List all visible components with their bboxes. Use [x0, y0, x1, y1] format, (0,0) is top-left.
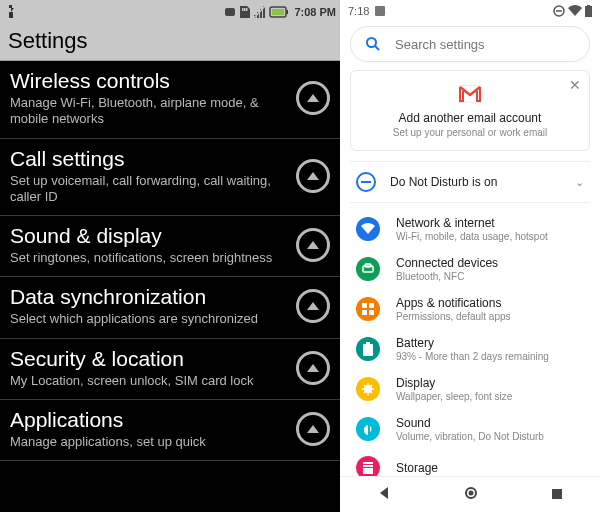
category-icon	[356, 297, 380, 321]
dnd-status-icon	[553, 5, 565, 17]
svg-rect-1	[242, 8, 244, 11]
item-subtitle: Set up voicemail, call forwarding, call …	[10, 173, 296, 206]
svg-rect-23	[366, 342, 370, 344]
svg-rect-25	[363, 468, 373, 474]
svg-line-14	[375, 46, 379, 50]
svg-rect-12	[587, 5, 590, 6]
settings-item-1[interactable]: Call settingsSet up voicemail, call forw…	[0, 139, 340, 217]
item-title: Wireless controls	[10, 69, 296, 93]
settings-item-0[interactable]: Wireless controlsManage Wi-Fi, Bluetooth…	[0, 61, 340, 139]
settings-item-connected-devices[interactable]: Connected devicesBluetooth, NFC	[340, 249, 600, 289]
new-android-settings: 7:18 Search settings ✕ Add another email…	[340, 0, 600, 512]
category-icon	[356, 417, 380, 441]
svg-rect-6	[286, 10, 288, 14]
nav-home[interactable]	[464, 486, 478, 504]
wifi-icon	[568, 5, 582, 17]
item-subtitle: Wi-Fi, mobile, data usage, hotspot	[396, 231, 548, 242]
item-subtitle: Bluetooth, NFC	[396, 271, 498, 282]
chevron-down-icon: ⌄	[575, 176, 584, 189]
settings-item-2[interactable]: Sound & displaySet ringtones, notificati…	[0, 216, 340, 277]
navigation-bar	[340, 476, 600, 512]
chevron-circle-icon	[296, 351, 330, 385]
notification-icon	[375, 6, 385, 16]
nav-back[interactable]	[377, 486, 391, 504]
clock-left: 7:08 PM	[294, 6, 336, 18]
item-subtitle: Manage Wi-Fi, Bluetooth, airplane mode, …	[10, 95, 296, 128]
settings-item-3[interactable]: Data synchronizationSelect which applica…	[0, 277, 340, 338]
chevron-circle-icon	[296, 289, 330, 323]
item-title: Display	[396, 376, 512, 390]
svg-rect-3	[246, 8, 248, 11]
svg-point-13	[367, 38, 376, 47]
svg-rect-11	[585, 6, 592, 17]
gmail-icon	[459, 85, 481, 105]
svg-rect-21	[369, 310, 374, 315]
svg-rect-26	[363, 465, 373, 467]
item-title: Applications	[10, 408, 296, 432]
item-title: Sound	[396, 416, 544, 430]
category-icon	[356, 377, 380, 401]
nav-recent[interactable]	[551, 486, 563, 504]
settings-item-storage[interactable]: Storage	[340, 449, 600, 476]
settings-item-display[interactable]: DisplayWallpaper, sleep, font size	[340, 369, 600, 409]
card-title: Add another email account	[361, 111, 579, 125]
svg-rect-27	[363, 462, 373, 464]
status-bar-right: 7:18	[340, 0, 600, 22]
signal-icon	[253, 5, 267, 19]
settings-item-network-internet[interactable]: Network & internetWi-Fi, mobile, data us…	[340, 209, 600, 249]
item-title: Storage	[396, 461, 438, 475]
settings-item-4[interactable]: Security & locationMy Location, screen u…	[0, 339, 340, 400]
search-input[interactable]: Search settings	[350, 26, 590, 62]
item-subtitle: My Location, screen unlock, SIM card loc…	[10, 373, 296, 389]
chevron-circle-icon	[296, 412, 330, 446]
adb-icon	[223, 5, 237, 19]
item-title: Sound & display	[10, 224, 296, 248]
category-icon	[356, 337, 380, 361]
settings-list-left: Wireless controlsManage Wi-Fi, Bluetooth…	[0, 61, 340, 512]
svg-rect-18	[362, 303, 367, 308]
item-subtitle: 93% - More than 2 days remaining	[396, 351, 549, 362]
clock-right: 7:18	[348, 5, 369, 17]
item-title: Connected devices	[396, 256, 498, 270]
svg-rect-2	[244, 8, 246, 11]
svg-rect-0	[225, 8, 235, 16]
battery-icon	[269, 6, 289, 18]
search-icon	[365, 36, 381, 52]
item-subtitle: Set ringtones, notifications, screen bri…	[10, 250, 296, 266]
svg-rect-8	[375, 6, 385, 16]
chevron-circle-icon	[296, 159, 330, 193]
item-title: Data synchronization	[10, 285, 296, 309]
item-title: Battery	[396, 336, 549, 350]
category-icon	[356, 217, 380, 241]
sd-icon	[239, 5, 251, 19]
category-icon	[356, 257, 380, 281]
category-icon	[356, 456, 380, 476]
svg-rect-19	[369, 303, 374, 308]
settings-item-sound[interactable]: SoundVolume, vibration, Do Not Disturb	[340, 409, 600, 449]
svg-rect-30	[552, 489, 562, 499]
status-bar-left: 7:08 PM	[0, 0, 340, 24]
svg-rect-7	[272, 9, 284, 15]
settings-item-5[interactable]: ApplicationsManage applications, set up …	[0, 400, 340, 461]
dnd-icon	[356, 172, 376, 192]
usb-icon	[5, 5, 17, 19]
svg-rect-22	[363, 344, 373, 356]
page-title: Settings	[0, 24, 340, 61]
settings-item-battery[interactable]: Battery93% - More than 2 days remaining	[340, 329, 600, 369]
item-subtitle: Permissions, default apps	[396, 311, 511, 322]
item-title: Apps & notifications	[396, 296, 511, 310]
settings-item-apps-notifications[interactable]: Apps & notificationsPermissions, default…	[340, 289, 600, 329]
item-subtitle: Manage applications, set up quick	[10, 434, 296, 450]
old-android-settings: 7:08 PM Settings Wireless controlsManage…	[0, 0, 340, 512]
svg-rect-20	[362, 310, 367, 315]
settings-list-right: Network & internetWi-Fi, mobile, data us…	[340, 209, 600, 476]
dnd-label: Do Not Disturb is on	[390, 175, 575, 189]
svg-point-29	[468, 490, 473, 495]
item-title: Security & location	[10, 347, 296, 371]
close-icon[interactable]: ✕	[569, 77, 581, 93]
search-placeholder: Search settings	[395, 37, 485, 52]
item-title: Call settings	[10, 147, 296, 171]
dnd-banner[interactable]: Do Not Disturb is on ⌄	[350, 161, 590, 203]
item-subtitle: Volume, vibration, Do Not Disturb	[396, 431, 544, 442]
suggestion-card[interactable]: ✕ Add another email account Set up your …	[350, 70, 590, 151]
